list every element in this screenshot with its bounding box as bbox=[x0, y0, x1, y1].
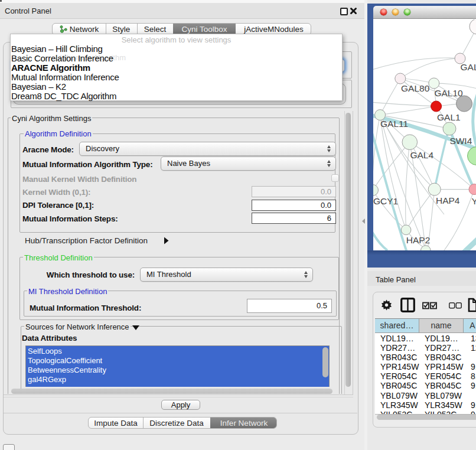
svg-text:GAL4: GAL4 bbox=[410, 150, 433, 160]
svg-text:GAL10: GAL10 bbox=[434, 88, 463, 98]
svg-text:HAP2: HAP2 bbox=[406, 235, 431, 245]
svg-text:GAL80: GAL80 bbox=[401, 83, 430, 93]
svg-text:GAL3: GAL3 bbox=[461, 62, 476, 72]
svg-text:SWI4: SWI4 bbox=[449, 136, 472, 146]
svg-text:GAL11: GAL11 bbox=[380, 119, 408, 129]
svg-text:Y: Y bbox=[471, 196, 476, 206]
svg-text:GCY1: GCY1 bbox=[373, 196, 398, 206]
svg-text:GAL1: GAL1 bbox=[437, 112, 461, 122]
svg-text:HAP4: HAP4 bbox=[436, 195, 460, 206]
